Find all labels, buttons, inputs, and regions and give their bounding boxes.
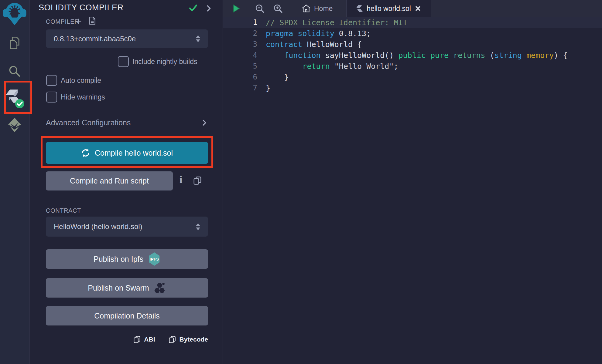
solidity-compiler-panel: SOLIDITY COMPILER COMPILER + 0.8.13+comm… — [30, 0, 223, 364]
code-content: // SPDX-License-Identifier: MIT — [266, 18, 408, 27]
play-icon — [232, 4, 240, 13]
code-token: ( — [485, 51, 494, 60]
hide-warnings-label: Hide warnings — [61, 93, 105, 101]
code-line[interactable]: 4 function sayHelloWorld() public pure r… — [223, 50, 602, 61]
hide-warnings-row: Hide warnings — [46, 92, 105, 103]
code-token: contract — [266, 40, 302, 49]
panel-chevron-right-icon[interactable] — [206, 5, 211, 13]
code-line[interactable]: 2pragma solidity 0.8.13; — [223, 28, 602, 39]
publish-swarm-button[interactable]: Publish on Swarm — [46, 278, 208, 298]
compile-button-label: Compile hello world.sol — [95, 149, 173, 157]
code-token: HelloWorld { — [302, 40, 362, 49]
bytecode-label: Bytecode — [179, 336, 208, 343]
ipfs-icon-text: IPFS — [150, 257, 159, 261]
code-token — [293, 29, 298, 38]
code-line[interactable]: 5 return "Hello World"; — [223, 61, 602, 72]
search-button[interactable] — [0, 65, 29, 78]
copy-abi-button[interactable]: ABI — [133, 335, 155, 343]
page-title: SOLIDITY COMPILER — [39, 3, 124, 12]
code-token: 0.8.13; — [334, 29, 371, 38]
code-token — [522, 51, 526, 60]
code-content: pragma solidity 0.8.13; — [266, 29, 371, 38]
advanced-chevron-right-icon[interactable] — [202, 119, 207, 128]
code-token: } — [266, 73, 289, 82]
publish-swarm-label: Publish on Swarm — [88, 284, 149, 292]
compilation-details-button[interactable]: Compilation Details — [46, 306, 208, 325]
copy-icon — [168, 335, 176, 343]
add-compiler-icon[interactable]: + — [76, 16, 82, 26]
code-token: "Hello World" — [334, 62, 394, 71]
hide-warnings-checkbox[interactable] — [46, 92, 57, 103]
code-content: } — [266, 84, 270, 93]
home-icon — [302, 4, 311, 13]
zoom-out-button[interactable] — [255, 4, 265, 15]
tab-hello-world-sol-label: hello world.sol — [367, 5, 411, 13]
zoom-in-button[interactable] — [273, 4, 283, 15]
code-token — [330, 62, 334, 71]
remix-logo-icon — [3, 2, 26, 27]
run-script-play-button[interactable] — [232, 4, 240, 14]
compiler-version-value: 0.8.13+commit.abaa5c0e — [54, 35, 136, 43]
contract-select[interactable]: HelloWorld (hello world.sol) — [46, 217, 208, 237]
select-updown-arrows — [196, 35, 200, 42]
copy-icon[interactable] — [193, 176, 202, 186]
file-explorer-button[interactable] — [0, 36, 29, 50]
deploy-run-button[interactable] — [0, 117, 29, 133]
solidity-compiler-button[interactable] — [0, 89, 29, 108]
compiler-doc-icon[interactable] — [88, 16, 97, 26]
solidity-tab-icon — [357, 5, 363, 12]
code-token — [426, 51, 430, 60]
code-content: } — [266, 73, 289, 82]
code-token: solidity — [298, 29, 334, 38]
line-number: 1 — [223, 18, 257, 27]
remix-logo[interactable] — [0, 2, 29, 27]
code-token: memory — [526, 51, 554, 60]
line-number: 7 — [223, 84, 257, 92]
info-icon[interactable]: i — [180, 174, 182, 185]
nightly-builds-row: Include nightly builds — [118, 56, 197, 67]
copy-bytecode-button[interactable]: Bytecode — [168, 335, 208, 343]
code-token — [266, 51, 284, 60]
code-token: sayHelloWorld() — [321, 51, 398, 60]
code-token: string — [494, 51, 522, 60]
compiler-section-label: COMPILER — [46, 18, 79, 25]
code-token: ; — [394, 62, 398, 71]
compile-and-run-button[interactable]: Compile and Run script — [46, 171, 173, 190]
code-content: function sayHelloWorld() public pure ret… — [266, 51, 567, 60]
contract-section-label: CONTRACT — [46, 207, 81, 214]
compile-and-run-label: Compile and Run script — [70, 177, 149, 185]
file-explorer-icon — [7, 36, 22, 50]
code-token: // SPDX-License-Identifier: MIT — [266, 18, 408, 27]
auto-compile-row: Auto compile — [46, 75, 101, 86]
code-line[interactable]: 6 } — [223, 72, 602, 83]
select-updown-arrows — [196, 223, 200, 230]
code-token: function — [284, 51, 320, 60]
editor-area: Home hello world.sol 1// SPDX-License-Id… — [223, 0, 602, 364]
copy-icon — [133, 335, 141, 343]
advanced-configurations-toggle[interactable]: Advanced Configurations — [46, 118, 131, 127]
code-token — [449, 51, 453, 60]
nightly-builds-checkbox[interactable] — [118, 56, 129, 67]
line-number: 5 — [223, 62, 257, 70]
swarm-icon — [154, 282, 166, 294]
compiler-version-select[interactable]: 0.8.13+commit.abaa5c0e — [46, 29, 208, 48]
compile-success-check-icon — [189, 4, 198, 13]
compilation-details-label: Compilation Details — [94, 312, 159, 320]
publish-ipfs-button[interactable]: Publish on Ipfs IPFS — [46, 249, 208, 269]
tab-hello-world-sol[interactable]: hello world.sol — [346, 0, 431, 17]
tab-home[interactable]: Home — [299, 0, 335, 17]
publish-ipfs-label: Publish on Ipfs — [94, 255, 143, 264]
nightly-builds-label: Include nightly builds — [132, 58, 197, 66]
code-line[interactable]: 3contract HelloWorld { — [223, 39, 602, 50]
code-content: return "Hello World"; — [266, 62, 398, 71]
code-line[interactable]: 7} — [223, 83, 602, 93]
code-token: ) { — [554, 51, 567, 60]
editor-tab-bar: Home hello world.sol — [223, 0, 602, 17]
close-icon[interactable] — [415, 5, 421, 12]
abi-bytecode-row: ABI Bytecode — [46, 335, 208, 343]
code-line[interactable]: 1// SPDX-License-Identifier: MIT — [223, 17, 602, 28]
code-token — [266, 62, 302, 71]
compile-button[interactable]: Compile hello world.sol — [46, 142, 208, 164]
auto-compile-checkbox[interactable] — [46, 75, 57, 86]
zoom-out-icon — [255, 4, 265, 13]
